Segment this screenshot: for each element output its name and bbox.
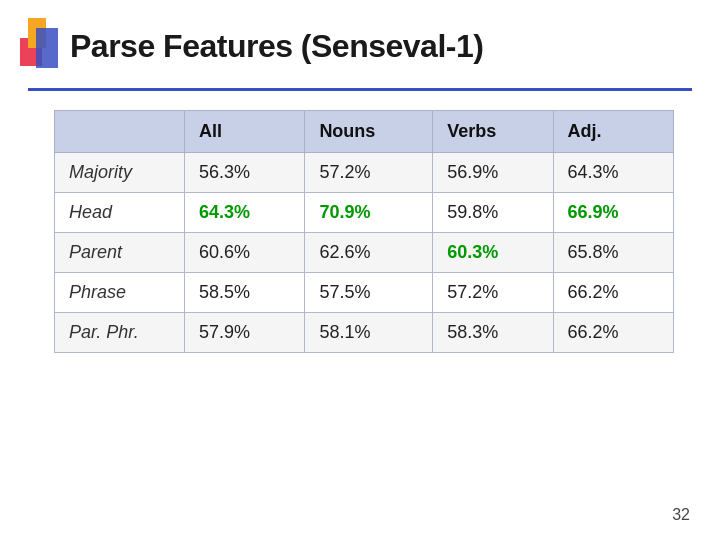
table-wrapper: AllNounsVerbsAdj. Majority56.3%57.2%56.9… [54,110,674,353]
cell-value: 56.9% [433,153,553,193]
row-label: Par. Phr. [55,313,185,353]
cell-value: 65.8% [553,233,673,273]
cell-value: 56.3% [185,153,305,193]
cell-value: 58.3% [433,313,553,353]
table-row: Phrase58.5%57.5%57.2%66.2% [55,273,674,313]
page-number: 32 [672,506,690,524]
data-table: AllNounsVerbsAdj. Majority56.3%57.2%56.9… [54,110,674,353]
col-header-nouns: Nouns [305,111,433,153]
cell-value: 57.5% [305,273,433,313]
cell-value: 64.3% [553,153,673,193]
col-header-verbs: Verbs [433,111,553,153]
cell-value: 60.6% [185,233,305,273]
table-body: Majority56.3%57.2%56.9%64.3%Head64.3%70.… [55,153,674,353]
row-label: Head [55,193,185,233]
row-label: Phrase [55,273,185,313]
col-header-label [55,111,185,153]
table-row: Majority56.3%57.2%56.9%64.3% [55,153,674,193]
cell-value: 70.9% [305,193,433,233]
col-header-all: All [185,111,305,153]
row-label: Majority [55,153,185,193]
slide-title: Parse Features (Senseval-1) [70,28,483,65]
slide-container: Parse Features (Senseval-1) AllNounsVerb… [0,0,720,540]
deco-blue-block [36,28,58,68]
cell-value: 64.3% [185,193,305,233]
cell-value: 57.9% [185,313,305,353]
decorative-blocks [28,18,46,88]
cell-value: 66.2% [553,273,673,313]
cell-value: 66.9% [553,193,673,233]
cell-value: 58.1% [305,313,433,353]
cell-value: 57.2% [305,153,433,193]
cell-value: 60.3% [433,233,553,273]
table-row: Par. Phr.57.9%58.1%58.3%66.2% [55,313,674,353]
cell-value: 57.2% [433,273,553,313]
title-rule [28,88,692,91]
table-row: Parent60.6%62.6%60.3%65.8% [55,233,674,273]
table-row: Head64.3%70.9%59.8%66.9% [55,193,674,233]
col-header-adj.: Adj. [553,111,673,153]
cell-value: 58.5% [185,273,305,313]
row-label: Parent [55,233,185,273]
cell-value: 66.2% [553,313,673,353]
cell-value: 59.8% [433,193,553,233]
table-header-row: AllNounsVerbsAdj. [55,111,674,153]
cell-value: 62.6% [305,233,433,273]
